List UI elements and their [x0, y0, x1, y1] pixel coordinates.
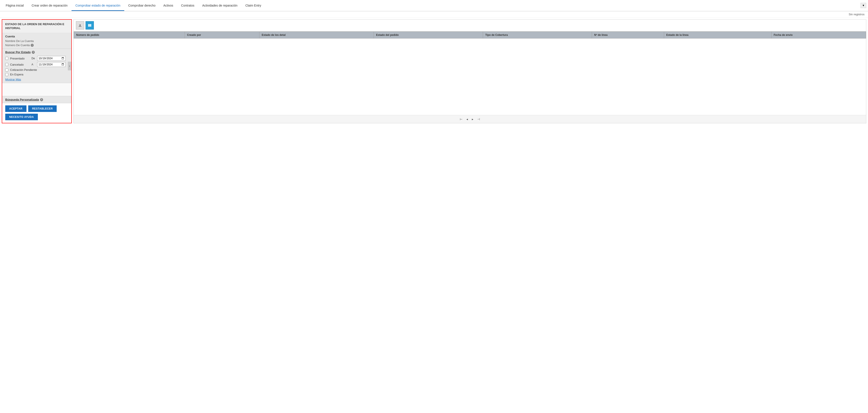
spacer-area — [2, 83, 71, 96]
col-creado-por: Creado por — [185, 32, 259, 38]
table-container: Número de pedido Creado por Estado de lo… — [74, 31, 866, 115]
tab-inicio[interactable]: Página inicial — [2, 1, 28, 11]
account-number: Número De Cuenta i — [5, 43, 68, 47]
col-tipo-cobertura: Tipo de Cobertura — [483, 32, 592, 38]
date-from-input[interactable] — [37, 56, 66, 61]
date-to-label: A — [31, 63, 35, 66]
custom-search-title: Búsqueda Personalizada i — [5, 98, 68, 101]
col-estado-detal: Estado de los detal — [259, 32, 374, 38]
tab-crear[interactable]: Crear orden de reparación — [28, 1, 71, 11]
svg-rect-2 — [89, 24, 90, 27]
account-number-info-icon[interactable]: i — [31, 44, 34, 47]
col-numero-pedido: Número de pedido — [74, 32, 185, 38]
date-from-label: De — [31, 57, 35, 60]
download-button[interactable] — [76, 21, 84, 30]
tab-contratos[interactable]: Contratos — [177, 1, 198, 11]
custom-search-section: Búsqueda Personalizada i — [2, 96, 71, 103]
columns-button[interactable] — [86, 21, 94, 30]
status-bar: Sin registros — [0, 11, 868, 18]
table-header-row: Número de pedido Creado por Estado de lo… — [74, 32, 866, 38]
date-to-input[interactable] — [37, 62, 66, 67]
nav-dropdown-button[interactable]: ▼ — [861, 3, 866, 8]
pagination-next[interactable]: ▸ — [471, 117, 474, 121]
col-estado-pedido: Estado del pedido — [374, 32, 483, 38]
data-table: Número de pedido Creado por Estado de lo… — [74, 31, 866, 38]
status-message: Sin registros — [849, 13, 865, 16]
account-name: Nombre De La Cuenta — [5, 39, 68, 43]
label-presentado: Presentado — [10, 57, 30, 60]
left-panel: ESTADO DE LA ORDEN DE REPARACIÓN E HISTO… — [2, 19, 72, 123]
checkbox-cotizacion[interactable] — [5, 68, 8, 71]
right-panel: Número de pedido Creado por Estado de lo… — [73, 19, 866, 123]
col-fecha-envio: Fecha de envío — [771, 32, 866, 38]
pagination-prev[interactable]: ◂ — [465, 117, 469, 121]
checkbox-presentado[interactable] — [5, 57, 8, 60]
accept-button[interactable]: ACEPTAR — [5, 105, 27, 112]
help-button[interactable]: NECESITO AYUDA — [5, 114, 38, 120]
col-no-linea: Nº de línea — [592, 32, 664, 38]
tab-actividades[interactable]: Actividades de reparación — [198, 1, 242, 11]
tab-comprobar-derecho[interactable]: Comprobar derecho — [124, 1, 159, 11]
help-row: NECESITO AYUDA — [2, 114, 71, 123]
account-label: Cuenta — [5, 35, 68, 38]
tab-activos[interactable]: Activos — [159, 1, 177, 11]
label-cotizacion: Cotización Pendiente — [10, 68, 37, 71]
label-cancelado: Cancelado — [10, 63, 30, 66]
reset-button[interactable]: RESTABLECER — [28, 105, 57, 112]
svg-rect-0 — [79, 26, 82, 27]
filter-row-cotizacion: Cotización Pendiente — [5, 68, 68, 71]
collapse-arrow[interactable]: ‹ — [68, 62, 71, 70]
filter-rows: Presentado De Cancelado A Cotización Pen… — [5, 56, 68, 76]
checkbox-cancelado[interactable] — [5, 63, 8, 66]
account-section: Cuenta Nombre De La Cuenta Número De Cue… — [2, 33, 71, 49]
action-buttons-row: ACEPTAR RESTABLECER — [2, 103, 71, 114]
pagination-bar: ⊢ ◂ ▸ ⊣ — [74, 115, 866, 123]
toolbar — [74, 20, 866, 31]
content-area: ESTADO DE LA ORDEN DE REPARACIÓN E HISTO… — [0, 18, 868, 125]
search-by-status-info-icon[interactable]: i — [32, 51, 35, 54]
panel-title: ESTADO DE LA ORDEN DE REPARACIÓN E HISTO… — [2, 20, 71, 33]
pagination-first[interactable]: ⊢ — [459, 117, 463, 121]
tab-comprobar-estado[interactable]: Comprobar estado de reparación — [71, 1, 124, 11]
filter-row-espera: En Espera — [5, 73, 68, 76]
top-navigation: Página inicial Crear orden de reparación… — [0, 0, 868, 11]
search-by-status-title: Buscar Por Estado i — [5, 51, 68, 54]
label-espera: En Espera — [10, 73, 30, 76]
svg-rect-3 — [90, 24, 91, 27]
col-estado-linea: Estado de la línea — [664, 32, 771, 38]
filter-row-cancelado: Cancelado A — [5, 62, 68, 67]
filter-row-presentado: Presentado De — [5, 56, 68, 61]
show-more-link[interactable]: Mostrar Más — [5, 78, 21, 81]
custom-search-info-icon[interactable]: i — [40, 98, 43, 101]
tab-claim-entry[interactable]: Claim Entry — [242, 1, 265, 11]
pagination-last[interactable]: ⊣ — [476, 117, 481, 121]
svg-rect-1 — [88, 24, 89, 27]
checkbox-espera[interactable] — [5, 73, 8, 76]
search-by-status-section: Buscar Por Estado i Presentado De Cancel… — [2, 49, 71, 83]
